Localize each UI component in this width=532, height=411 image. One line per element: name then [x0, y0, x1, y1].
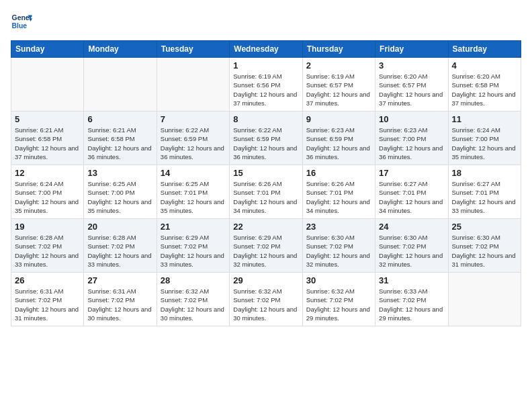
day-info: Sunrise: 6:31 AMSunset: 7:02 PMDaylight:…	[15, 287, 80, 322]
day-number: 1	[233, 60, 298, 71]
calendar-day-cell: 24Sunrise: 6:30 AMSunset: 7:02 PMDayligh…	[375, 219, 448, 273]
calendar-day-cell: 18Sunrise: 6:27 AMSunset: 7:01 PMDayligh…	[448, 165, 521, 219]
day-number: 17	[379, 168, 444, 178]
day-number: 15	[233, 168, 298, 178]
calendar-day-cell	[11, 58, 84, 111]
day-number: 16	[306, 168, 371, 178]
day-info: Sunrise: 6:33 AMSunset: 7:02 PMDaylight:…	[379, 287, 444, 322]
day-info: Sunrise: 6:23 AMSunset: 6:59 PMDaylight:…	[306, 126, 371, 161]
day-number: 18	[452, 168, 517, 178]
calendar-day-cell: 29Sunrise: 6:32 AMSunset: 7:02 PMDayligh…	[230, 273, 302, 326]
day-number: 8	[233, 114, 298, 124]
calendar-day-cell: 16Sunrise: 6:26 AMSunset: 7:01 PMDayligh…	[302, 165, 375, 219]
day-info: Sunrise: 6:26 AMSunset: 7:01 PMDaylight:…	[306, 179, 371, 215]
day-info: Sunrise: 6:32 AMSunset: 7:02 PMDaylight:…	[161, 287, 226, 322]
calendar-day-cell: 15Sunrise: 6:26 AMSunset: 7:01 PMDayligh…	[230, 165, 302, 219]
calendar-day-cell: 14Sunrise: 6:25 AMSunset: 7:01 PMDayligh…	[157, 165, 229, 219]
day-info: Sunrise: 6:20 AMSunset: 6:58 PMDaylight:…	[452, 72, 517, 107]
day-number: 2	[306, 60, 371, 71]
day-info: Sunrise: 6:21 AMSunset: 6:58 PMDaylight:…	[87, 126, 152, 161]
calendar-day-cell: 7Sunrise: 6:22 AMSunset: 6:59 PMDaylight…	[157, 111, 229, 165]
day-info: Sunrise: 6:32 AMSunset: 7:02 PMDaylight:…	[233, 287, 298, 322]
calendar-day-cell: 4Sunrise: 6:20 AMSunset: 6:58 PMDaylight…	[448, 58, 521, 111]
day-number: 6	[87, 114, 152, 124]
calendar-day-cell: 28Sunrise: 6:32 AMSunset: 7:02 PMDayligh…	[157, 273, 229, 326]
calendar-day-cell: 17Sunrise: 6:27 AMSunset: 7:01 PMDayligh…	[375, 165, 448, 219]
day-number: 26	[15, 275, 80, 285]
day-info: Sunrise: 6:24 AMSunset: 7:00 PMDaylight:…	[15, 179, 80, 215]
calendar-day-cell	[448, 273, 521, 326]
calendar-day-cell: 11Sunrise: 6:24 AMSunset: 7:00 PMDayligh…	[448, 111, 521, 165]
day-info: Sunrise: 6:24 AMSunset: 7:00 PMDaylight:…	[452, 126, 517, 161]
calendar-day-cell: 19Sunrise: 6:28 AMSunset: 7:02 PMDayligh…	[11, 219, 84, 273]
calendar-day-cell	[84, 58, 157, 111]
day-info: Sunrise: 6:28 AMSunset: 7:02 PMDaylight:…	[15, 233, 80, 269]
day-info: Sunrise: 6:31 AMSunset: 7:02 PMDaylight:…	[87, 287, 152, 322]
day-info: Sunrise: 6:30 AMSunset: 7:02 PMDaylight:…	[306, 233, 371, 269]
day-number: 13	[87, 168, 152, 178]
calendar-day-cell	[157, 58, 229, 111]
day-number: 27	[87, 275, 152, 285]
calendar-day-cell: 20Sunrise: 6:28 AMSunset: 7:02 PMDayligh…	[84, 219, 157, 273]
logo: General Blue	[11, 11, 35, 32]
calendar-week-row: 5Sunrise: 6:21 AMSunset: 6:58 PMDaylight…	[11, 111, 521, 165]
day-number: 10	[379, 114, 444, 124]
calendar-table: SundayMondayTuesdayWednesdayThursdayFrid…	[11, 40, 521, 326]
day-number: 30	[306, 275, 371, 285]
logo-icon: General Blue	[11, 11, 32, 32]
calendar-day-cell: 13Sunrise: 6:25 AMSunset: 7:00 PMDayligh…	[84, 165, 157, 219]
svg-text:Blue: Blue	[12, 22, 28, 30]
calendar-day-cell: 1Sunrise: 6:19 AMSunset: 6:56 PMDaylight…	[230, 58, 302, 111]
day-info: Sunrise: 6:26 AMSunset: 7:01 PMDaylight:…	[233, 179, 298, 215]
day-number: 21	[161, 222, 226, 232]
day-info: Sunrise: 6:23 AMSunset: 7:00 PMDaylight:…	[379, 126, 444, 161]
calendar-day-cell: 22Sunrise: 6:29 AMSunset: 7:02 PMDayligh…	[230, 219, 302, 273]
weekday-header: Wednesday	[230, 41, 302, 58]
day-info: Sunrise: 6:32 AMSunset: 7:02 PMDaylight:…	[306, 287, 371, 322]
day-info: Sunrise: 6:29 AMSunset: 7:02 PMDaylight:…	[161, 233, 226, 269]
calendar-day-cell: 5Sunrise: 6:21 AMSunset: 6:58 PMDaylight…	[11, 111, 84, 165]
day-number: 14	[161, 168, 226, 178]
day-info: Sunrise: 6:28 AMSunset: 7:02 PMDaylight:…	[87, 233, 152, 269]
day-info: Sunrise: 6:27 AMSunset: 7:01 PMDaylight:…	[452, 179, 517, 215]
calendar-day-cell: 27Sunrise: 6:31 AMSunset: 7:02 PMDayligh…	[84, 273, 157, 326]
day-info: Sunrise: 6:20 AMSunset: 6:57 PMDaylight:…	[379, 72, 444, 107]
day-info: Sunrise: 6:19 AMSunset: 6:56 PMDaylight:…	[233, 72, 298, 107]
day-number: 19	[15, 222, 80, 232]
calendar-day-cell: 23Sunrise: 6:30 AMSunset: 7:02 PMDayligh…	[302, 219, 375, 273]
weekday-header: Monday	[84, 41, 157, 58]
day-number: 9	[306, 114, 371, 124]
day-number: 29	[233, 275, 298, 285]
calendar-day-cell: 25Sunrise: 6:30 AMSunset: 7:02 PMDayligh…	[448, 219, 521, 273]
day-info: Sunrise: 6:22 AMSunset: 6:59 PMDaylight:…	[233, 126, 298, 161]
weekday-header: Saturday	[448, 41, 521, 58]
calendar-day-cell: 8Sunrise: 6:22 AMSunset: 6:59 PMDaylight…	[230, 111, 302, 165]
weekday-header-row: SundayMondayTuesdayWednesdayThursdayFrid…	[11, 41, 521, 58]
calendar-day-cell: 9Sunrise: 6:23 AMSunset: 6:59 PMDaylight…	[302, 111, 375, 165]
calendar-week-row: 19Sunrise: 6:28 AMSunset: 7:02 PMDayligh…	[11, 219, 521, 273]
day-number: 20	[87, 222, 152, 232]
calendar-day-cell: 2Sunrise: 6:19 AMSunset: 6:57 PMDaylight…	[302, 58, 375, 111]
day-info: Sunrise: 6:25 AMSunset: 7:00 PMDaylight:…	[87, 179, 152, 215]
calendar-day-cell: 6Sunrise: 6:21 AMSunset: 6:58 PMDaylight…	[84, 111, 157, 165]
day-info: Sunrise: 6:25 AMSunset: 7:01 PMDaylight:…	[161, 179, 226, 215]
calendar-day-cell: 3Sunrise: 6:20 AMSunset: 6:57 PMDaylight…	[375, 58, 448, 111]
day-info: Sunrise: 6:27 AMSunset: 7:01 PMDaylight:…	[379, 179, 444, 215]
weekday-header: Thursday	[302, 41, 375, 58]
day-number: 28	[161, 275, 226, 285]
weekday-header: Tuesday	[157, 41, 229, 58]
day-number: 7	[161, 114, 226, 124]
calendar-day-cell: 10Sunrise: 6:23 AMSunset: 7:00 PMDayligh…	[375, 111, 448, 165]
day-number: 3	[379, 60, 444, 71]
day-info: Sunrise: 6:29 AMSunset: 7:02 PMDaylight:…	[233, 233, 298, 269]
calendar-day-cell: 31Sunrise: 6:33 AMSunset: 7:02 PMDayligh…	[375, 273, 448, 326]
day-number: 12	[15, 168, 80, 178]
page-header: General Blue	[11, 11, 521, 32]
day-info: Sunrise: 6:30 AMSunset: 7:02 PMDaylight:…	[379, 233, 444, 269]
calendar-week-row: 26Sunrise: 6:31 AMSunset: 7:02 PMDayligh…	[11, 273, 521, 326]
day-info: Sunrise: 6:30 AMSunset: 7:02 PMDaylight:…	[452, 233, 517, 269]
day-number: 11	[452, 114, 517, 124]
calendar-day-cell: 26Sunrise: 6:31 AMSunset: 7:02 PMDayligh…	[11, 273, 84, 326]
calendar-week-row: 12Sunrise: 6:24 AMSunset: 7:00 PMDayligh…	[11, 165, 521, 219]
day-info: Sunrise: 6:19 AMSunset: 6:57 PMDaylight:…	[306, 72, 371, 107]
